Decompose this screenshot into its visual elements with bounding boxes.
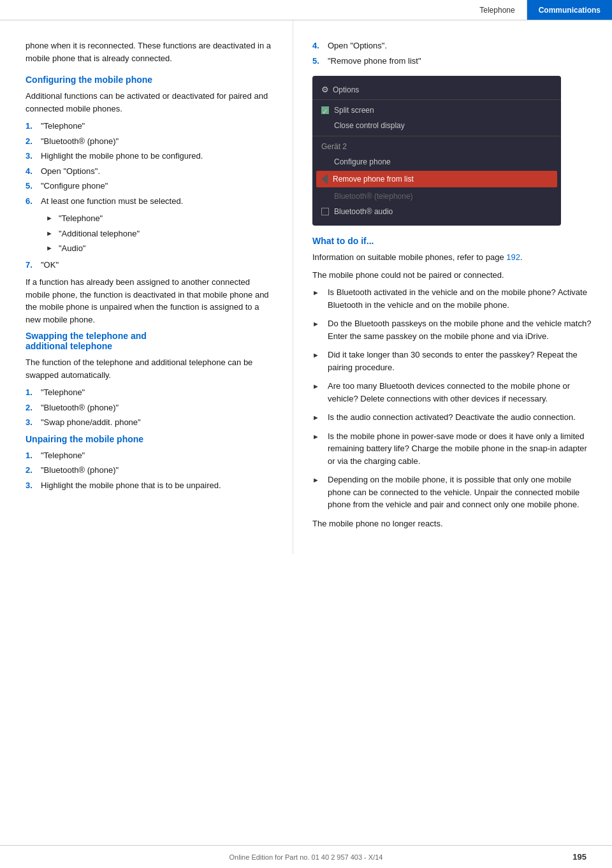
configuring-steps-end: 7. "OK" bbox=[26, 259, 273, 271]
section-swapping: Swapping the telephone andadditional tel… bbox=[26, 331, 273, 429]
page-header: Telephone Communications bbox=[0, 0, 612, 20]
what-to-do-bullets: ► Is Bluetooth activated in the vehicle … bbox=[312, 286, 593, 511]
section-unpairing-heading: Unpairing the mobile phone bbox=[26, 434, 273, 444]
step-num: 1. bbox=[26, 120, 38, 133]
bullet-arrow-icon: ► bbox=[312, 381, 324, 392]
item-label: Close control display bbox=[334, 121, 405, 130]
step-text: "Bluetooth® (phone)" bbox=[41, 464, 119, 477]
step-num: 4. bbox=[312, 40, 325, 52]
bullet-text: Is the audio connection activated? Deact… bbox=[328, 411, 576, 424]
list-item: 2. "Bluetooth® (phone)" bbox=[26, 401, 273, 414]
list-item: 2. "Bluetooth® (phone)" bbox=[26, 135, 273, 148]
step-num: 2. bbox=[26, 135, 38, 148]
item-label: Bluetooth® audio bbox=[334, 207, 393, 216]
bullet-text: "Additional telephone" bbox=[59, 228, 140, 240]
item-label: Configure phone bbox=[334, 157, 391, 166]
section-configuring-heading: Configuring the mobile phone bbox=[26, 75, 273, 85]
list-item: ► Do the Bluetooth passkeys on the mobil… bbox=[312, 317, 593, 342]
page-link-192[interactable]: 192 bbox=[506, 252, 520, 262]
list-item: ► "Audio" bbox=[41, 242, 273, 255]
step-num: 2. bbox=[26, 401, 38, 414]
what-to-do-intro: Information on suitable mobile phones, r… bbox=[312, 251, 593, 264]
list-item: 4. Open "Options". bbox=[312, 40, 593, 52]
list-item: 3. Highlight the mobile phone that is to… bbox=[26, 479, 273, 492]
bullet-arrow-icon: ► bbox=[312, 412, 324, 423]
bullet-text: "Telephone" bbox=[59, 212, 103, 225]
step-num: 4. bbox=[26, 165, 38, 178]
step-num: 3. bbox=[26, 150, 38, 163]
bullet-text: Is the mobile phone in power-save mode o… bbox=[328, 430, 593, 468]
bullet-text: Do the Bluetooth passkeys on the mobile … bbox=[328, 317, 593, 342]
screenshot-title: ⚙ Options bbox=[312, 82, 561, 97]
gear-icon: ⚙ bbox=[321, 85, 329, 94]
step-text: Open "Options". bbox=[41, 165, 100, 178]
step-text: Highlight the mobile phone to be configu… bbox=[41, 150, 203, 163]
list-item: 5. "Configure phone" bbox=[26, 180, 273, 192]
list-item: ► Is Bluetooth activated in the vehicle … bbox=[312, 286, 593, 311]
step-num: 1. bbox=[26, 449, 38, 462]
item-label: Bluetooth® (telephone) bbox=[334, 192, 413, 201]
step-num: 3. bbox=[26, 479, 38, 492]
step-num: 5. bbox=[26, 180, 38, 192]
step-text: Highlight the mobile phone that is to be… bbox=[41, 479, 221, 492]
list-item: 7. "OK" bbox=[26, 259, 273, 271]
page-footer: Online Edition for Part no. 01 40 2 957 … bbox=[0, 845, 612, 868]
list-item: ► "Telephone" bbox=[41, 212, 273, 225]
step-num: 5. bbox=[312, 55, 325, 68]
unpairing-steps: 1. "Telephone" 2. "Bluetooth® (phone)" 3… bbox=[26, 449, 273, 492]
screenshot-item-remove: Remove phone from list bbox=[316, 171, 557, 187]
bullet-arrow-icon: ► bbox=[46, 243, 56, 254]
bullet-text: "Audio" bbox=[59, 242, 85, 255]
list-item: 3. "Swap phone/addit. phone" bbox=[26, 416, 273, 429]
checkbox-icon bbox=[321, 208, 329, 215]
list-item: 5. "Remove phone from list" bbox=[312, 55, 593, 68]
bullet-text: Is Bluetooth activated in the vehicle an… bbox=[328, 286, 593, 311]
list-item: 4. Open "Options". bbox=[26, 165, 273, 178]
screenshot-item-configure: Configure phone bbox=[312, 154, 561, 170]
bullet-arrow-icon: ► bbox=[312, 319, 324, 329]
left-column: phone when it is reconnected. These func… bbox=[0, 20, 293, 554]
screenshot-item-bluetooth-audio: Bluetooth® audio bbox=[312, 204, 561, 219]
section-swapping-heading: Swapping the telephone andadditional tel… bbox=[26, 331, 273, 351]
what-to-do-outro: The mobile phone no longer reacts. bbox=[312, 517, 593, 530]
header-telephone-label: Telephone bbox=[468, 0, 527, 20]
item-label: Remove phone from list bbox=[333, 175, 414, 184]
screenshot-title-text: Options bbox=[333, 85, 359, 94]
list-item: 2. "Bluetooth® (phone)" bbox=[26, 464, 273, 477]
section-configuring-note: If a function has already been assigned … bbox=[26, 276, 273, 326]
screenshot-item-device: Gerät 2 bbox=[312, 139, 561, 154]
item-label: Gerät 2 bbox=[321, 142, 347, 151]
list-item: ► Depending on the mobile phone, it is p… bbox=[312, 474, 593, 511]
step-num: 3. bbox=[26, 416, 38, 429]
bullet-text: Are too many Bluetooth devices connected… bbox=[328, 380, 593, 405]
step-text: Open "Options". bbox=[328, 40, 387, 52]
list-item: ► Is the mobile phone in power-save mode… bbox=[312, 430, 593, 468]
section-configuring-desc: Additional functions can be activated or… bbox=[26, 90, 273, 115]
list-item: 1. "Telephone" bbox=[26, 386, 273, 399]
list-item: ► Are too many Bluetooth devices connect… bbox=[312, 380, 593, 405]
bullet-arrow-icon: ► bbox=[46, 213, 56, 224]
checkbox-icon: ✓ bbox=[321, 106, 329, 114]
right-column: 4. Open "Options". 5. "Remove phone from… bbox=[293, 20, 612, 554]
step-num: 1. bbox=[26, 386, 38, 399]
screenshot-item-bluetooth-tel: Bluetooth® (telephone) bbox=[312, 189, 561, 204]
options-screenshot: ⚙ Options ✓ Split screen Close control d… bbox=[312, 76, 561, 226]
list-item: 6. At least one function must be selecte… bbox=[26, 195, 273, 208]
list-item: 1. "Telephone" bbox=[26, 120, 273, 133]
list-item: 1. "Telephone" bbox=[26, 449, 273, 462]
what-to-do-intro2: The mobile phone could not be paired or … bbox=[312, 269, 593, 282]
page-number: 195 bbox=[572, 852, 586, 862]
step-text: At least one function must be selected. bbox=[41, 195, 183, 208]
step-num: 7. bbox=[26, 259, 38, 271]
section-unpairing: Unpairing the mobile phone 1. "Telephone… bbox=[26, 434, 273, 492]
bullet-text: Did it take longer than 30 seconds to en… bbox=[328, 349, 593, 373]
list-item: ► "Additional telephone" bbox=[41, 228, 273, 240]
step-text: "Swap phone/addit. phone" bbox=[41, 416, 141, 429]
section-swapping-desc: The function of the telephone and additi… bbox=[26, 356, 273, 381]
screenshot-item-close: Close control display bbox=[312, 118, 561, 133]
left-arrow-icon bbox=[321, 174, 328, 184]
intro-paragraph: phone when it is reconnected. These func… bbox=[26, 40, 273, 64]
right-top-steps: 4. Open "Options". 5. "Remove phone from… bbox=[312, 40, 593, 67]
step-text: "Telephone" bbox=[41, 120, 85, 133]
list-item: ► Is the audio connection activated? Dea… bbox=[312, 411, 593, 424]
